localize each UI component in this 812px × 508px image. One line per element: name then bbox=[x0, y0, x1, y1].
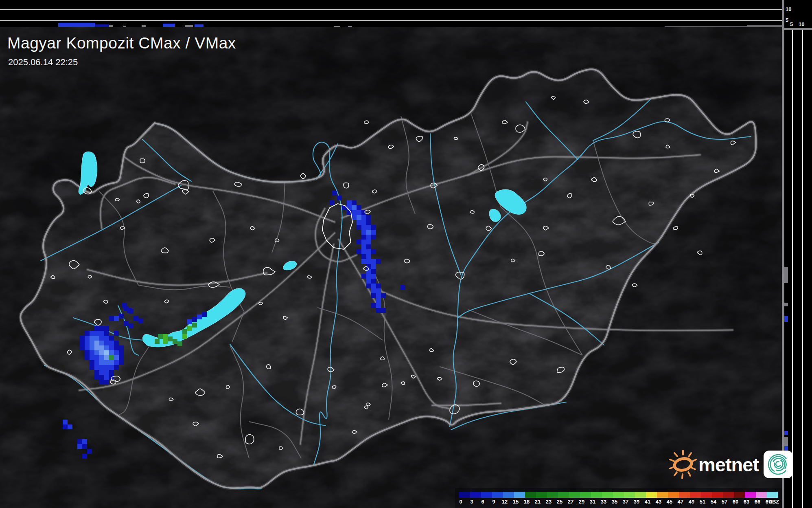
echo-top-mark bbox=[665, 26, 747, 27]
timestamp: 2025.06.14 22:25 bbox=[8, 57, 78, 68]
echo-top-mark bbox=[185, 25, 193, 27]
dbz-scale-segment bbox=[613, 492, 624, 498]
dbz-scale-segment bbox=[525, 492, 536, 498]
echo-top-mark bbox=[163, 24, 175, 27]
height-line-5km bbox=[0, 20, 782, 21]
dbz-tick-label: 3 bbox=[470, 499, 473, 505]
dbz-tick-label: 35 bbox=[612, 499, 617, 505]
echo-top-mark bbox=[334, 26, 340, 27]
scalebar-backdrop bbox=[455, 488, 782, 508]
dbz-tick-label: 15 bbox=[513, 499, 519, 505]
dbz-scale-segment bbox=[591, 492, 602, 498]
echo-right-mark bbox=[784, 437, 788, 446]
dbz-scale-segment bbox=[646, 492, 657, 498]
axis-label-10: 10 bbox=[786, 6, 791, 12]
dbz-tick-label: 9 bbox=[492, 499, 495, 505]
dbz-tick-label: 21 bbox=[535, 499, 541, 505]
radar-composite-image: 10 5 5 10 Magyar Kompozit CMax / VMax 20… bbox=[0, 0, 812, 508]
dbz-scale-segment bbox=[481, 492, 492, 498]
hungary-radar-map bbox=[0, 0, 812, 508]
dbz-tick-label: 29 bbox=[579, 499, 584, 505]
echo-right-mark bbox=[784, 303, 788, 306]
page-title: Magyar Kompozit CMax / VMax bbox=[7, 34, 236, 52]
dbz-tick-label: 51 bbox=[700, 499, 705, 505]
dbz-color-scale bbox=[459, 492, 778, 498]
dbz-scale-segment bbox=[767, 492, 778, 498]
height-line-10km-right bbox=[802, 30, 803, 508]
dbz-tick-label: 39 bbox=[634, 499, 639, 505]
dbz-tick-label: 60 bbox=[733, 499, 738, 505]
dbz-scale-segment bbox=[756, 492, 767, 498]
dbz-scale-segment bbox=[492, 492, 503, 498]
metnet-app-icon bbox=[764, 451, 793, 478]
echo-top-mark bbox=[195, 24, 204, 27]
dbz-scale-segment bbox=[635, 492, 646, 498]
echo-top-mark bbox=[142, 25, 146, 27]
dbz-tick-label: 0 bbox=[459, 499, 462, 505]
dbz-tick-label: 43 bbox=[656, 499, 661, 505]
dbz-scale-segment bbox=[536, 492, 547, 498]
dbz-scale-segment bbox=[701, 492, 712, 498]
echo-right-mark bbox=[784, 316, 788, 322]
echo-top-mark bbox=[109, 25, 113, 27]
dbz-tick-label: 6 bbox=[481, 499, 484, 505]
dbz-scale-segment bbox=[569, 492, 580, 498]
dbz-scale-segment bbox=[459, 492, 470, 498]
echo-top-mark bbox=[747, 25, 782, 27]
dbz-tick-label: 12 bbox=[502, 499, 508, 505]
metnet-logo: metnet bbox=[668, 448, 793, 481]
dbz-scale-segment bbox=[668, 492, 679, 498]
spiral-icon bbox=[766, 453, 790, 476]
dbz-scale-segment bbox=[514, 492, 525, 498]
dbz-tick-label: 41 bbox=[645, 499, 650, 505]
dbz-tick-label: 45 bbox=[667, 499, 672, 505]
dbz-scale-segment bbox=[624, 492, 635, 498]
dbz-tick-label: 25 bbox=[557, 499, 562, 505]
dbz-scale-segment bbox=[734, 492, 745, 498]
dbz-tick-label: 49 bbox=[689, 499, 694, 505]
echo-top-mark bbox=[95, 24, 109, 27]
axis-label-right-10: 10 bbox=[799, 21, 804, 27]
dbz-tick-label: 54 bbox=[711, 499, 716, 505]
dbz-scale-segment bbox=[580, 492, 591, 498]
dbz-tick-label: 63 bbox=[744, 499, 749, 505]
height-line-5km-right bbox=[792, 30, 793, 508]
echo-right-mark bbox=[784, 267, 788, 283]
echo-top-mark bbox=[123, 26, 126, 27]
dbz-scale-segment bbox=[712, 492, 723, 498]
dbz-tick-label: 66 bbox=[755, 499, 760, 505]
dbz-tick-label: 18 bbox=[524, 499, 530, 505]
dbz-scale-segment bbox=[657, 492, 668, 498]
logo-text: metnet bbox=[698, 453, 759, 476]
dbz-tick-label: 27 bbox=[568, 499, 573, 505]
dbz-scale-segment bbox=[679, 492, 690, 498]
dbz-tick-label: 31 bbox=[590, 499, 595, 505]
corner-axis-bar bbox=[782, 28, 812, 30]
dbz-scale-segment bbox=[547, 492, 558, 498]
dbz-scale-segment bbox=[470, 492, 481, 498]
echo-right-mark bbox=[784, 431, 788, 435]
dbz-scale-segment bbox=[723, 492, 734, 498]
dbz-tick-label: 47 bbox=[678, 499, 683, 505]
echo-top-mark bbox=[58, 23, 95, 27]
vertical-projection-top-panel bbox=[0, 0, 782, 27]
dbz-scale-segment bbox=[503, 492, 514, 498]
axis-label-5: 5 bbox=[786, 17, 788, 23]
dbz-scale-segment bbox=[558, 492, 569, 498]
dbz-tick-label: 23 bbox=[546, 499, 552, 505]
height-line-10km bbox=[0, 9, 782, 10]
dbz-scale-segment bbox=[745, 492, 756, 498]
dbz-scale-segment bbox=[690, 492, 701, 498]
axis-label-right-5: 5 bbox=[790, 21, 793, 27]
dbz-tick-label: 57 bbox=[722, 499, 727, 505]
dbz-scale-segment bbox=[602, 492, 613, 498]
dbz-tick-label: 37 bbox=[623, 499, 628, 505]
dbz-tick-label: 33 bbox=[601, 499, 606, 505]
dbz-unit-label: dBZ bbox=[769, 499, 779, 505]
echo-top-mark bbox=[348, 26, 352, 27]
sun-icon bbox=[668, 448, 698, 481]
